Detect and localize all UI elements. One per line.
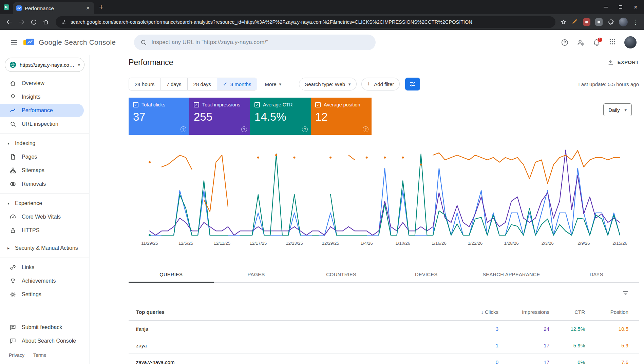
sidebar-item-pages[interactable]: Pages [0,150,84,164]
minimize-icon[interactable] [603,5,608,9]
sidebar-item-url-inspection[interactable]: URL inspection [0,117,84,131]
table-filter-icon[interactable] [622,289,629,297]
sidebar-item-achievements[interactable]: Achievements [0,274,84,288]
granularity-select[interactable]: Daily ▾ [603,103,632,116]
range-28-days[interactable]: 28 days [188,78,217,90]
back-icon[interactable] [4,17,14,27]
x-axis-label: 2/9/26 [577,241,590,246]
performance-chart[interactable] [134,144,634,237]
column-clicks[interactable]: ↓Clicks [448,309,498,315]
extension-a-icon[interactable] [583,18,590,26]
property-selector[interactable]: https://zaya.y-naya.com/ ▾ [5,58,84,72]
terms-link[interactable]: Terms [33,352,46,358]
sidebar: https://zaya.y-naya.com/ ▾ Overview Insi… [0,55,90,364]
table-row[interactable]: zaya.y-naya.com 0 17 0% 7.6 [129,354,639,364]
sidebar-item-insights[interactable]: Insights [0,90,84,104]
sidebar-item-https[interactable]: HTTPS [0,224,84,237]
help-icon[interactable]: ? [302,126,308,132]
sidebar-item-sitemaps[interactable]: Sitemaps [0,164,84,177]
browser-tab[interactable]: Performance ✕ [13,2,94,14]
feedback-bubble-icon [10,324,16,331]
tab-queries[interactable]: QUERIES [129,267,214,282]
url-inspect-search[interactable] [134,35,376,50]
extensions-puzzle-icon[interactable] [607,19,614,25]
sidebar-group-experience[interactable]: ▾ Experience [0,197,89,210]
column-ctr[interactable]: CTR [549,309,585,315]
extension-b-icon[interactable] [595,18,603,26]
add-filter-chip[interactable]: + Add filter [361,78,400,90]
card-total-impressions[interactable]: ✓ Total impressions 255 ? [189,98,250,135]
range-24-hours[interactable]: 24 hours [129,78,160,90]
checkbox-checked-icon[interactable]: ✓ [254,102,260,107]
notifications-bell-icon[interactable]: 1 [593,39,601,46]
reload-icon[interactable] [29,17,39,27]
user-settings-icon[interactable] [577,39,585,46]
help-icon[interactable]: ? [241,126,247,132]
new-tab-button[interactable]: + [99,3,103,11]
app-glyph-icon [3,4,10,10]
range-7-days[interactable]: 7 days [160,78,187,90]
export-button[interactable]: EXPORT [607,59,639,66]
tab-strip-app-icon[interactable] [3,4,10,10]
search-input[interactable] [151,39,370,46]
checkbox-checked-icon[interactable]: ✓ [133,102,138,107]
hamburger-menu-icon[interactable] [7,36,20,49]
tab-search-appearance[interactable]: SEARCH APPEARANCE [469,267,554,282]
sidebar-item-settings[interactable]: Settings [0,288,84,301]
query-cell[interactable]: ifanja [129,326,448,332]
card-total-clicks[interactable]: ✓ Total clicks 37 ? [129,98,189,135]
help-icon[interactable]: ? [363,126,368,132]
column-position[interactable]: Position [585,309,628,315]
close-window-icon[interactable]: ✕ [633,5,638,9]
account-avatar[interactable] [624,36,637,48]
trophy-icon [10,278,16,284]
forward-icon[interactable] [16,17,26,27]
sidebar-item-overview[interactable]: Overview [0,77,84,90]
sidebar-group-indexing[interactable]: ▾ Indexing [0,137,89,150]
search-type-chip[interactable]: Search type: Web ▾ [299,78,356,90]
address-bar[interactable]: search.google.com/search-console/perform… [56,16,555,28]
help-icon[interactable]: ? [181,126,186,132]
sidebar-item-removals[interactable]: Removals [0,177,84,191]
table-row[interactable]: ifanja 3 24 12.5% 10.5 [129,321,639,337]
bookmark-star-icon[interactable] [560,19,567,25]
sidebar-item-performance[interactable]: Performance [0,104,84,117]
sidebar-item-about[interactable]: About Search Console [0,334,84,348]
tab-pages[interactable]: PAGES [214,267,299,282]
sidebar-item-submit-feedback[interactable]: Submit feedback [0,321,84,334]
plus-icon: + [367,81,371,88]
tab-days[interactable]: DAYS [554,267,639,282]
browser-menu-icon[interactable]: ⋮ [632,18,639,26]
card-average-ctr[interactable]: ✓ Average CTR 14.5% ? [250,98,311,135]
extension-pencil-icon[interactable] [571,18,578,26]
tab-devices[interactable]: DEVICES [384,267,469,282]
sidebar-item-core-web-vitals[interactable]: Core Web Vitals [0,210,84,224]
card-average-position[interactable]: ✓ Average position 12 ? [311,98,372,135]
maximize-icon[interactable] [618,5,623,9]
range-3-months[interactable]: ✓ 3 months [217,78,257,90]
info-bubble-icon [10,338,16,344]
tab-countries[interactable]: COUNTRIES [299,267,384,282]
privacy-link[interactable]: Privacy [9,352,24,358]
gsc-logo[interactable]: Google Search Console [23,38,116,47]
sidebar-item-links[interactable]: Links [0,261,84,274]
query-cell[interactable]: zaya [129,343,448,348]
x-axis-label: 2/15/26 [612,241,627,246]
tab-close-icon[interactable]: ✕ [85,5,91,11]
home-icon[interactable] [41,17,51,27]
table-row[interactable]: zaya 1 17 5.9% 5.9 [129,337,639,354]
checkbox-checked-icon[interactable]: ✓ [315,102,321,107]
sidebar-group-security[interactable]: ▸ Security & Manual Actions [0,241,89,255]
site-info-icon[interactable] [61,19,67,25]
column-top-queries[interactable]: Top queries [129,309,448,315]
browser-profile-avatar[interactable] [619,18,628,26]
range-more-button[interactable]: More ▾ [263,81,283,87]
apps-grid-icon[interactable] [609,38,616,47]
checkbox-checked-icon[interactable]: ✓ [194,102,199,107]
help-icon[interactable] [561,39,569,46]
compare-settings-button[interactable] [405,78,420,90]
chevron-down-icon: ▾ [78,62,80,67]
chart-series-total-impressions [150,150,620,235]
column-impressions[interactable]: Impressions [498,309,549,315]
query-cell[interactable]: zaya.y-naya.com [129,359,448,364]
